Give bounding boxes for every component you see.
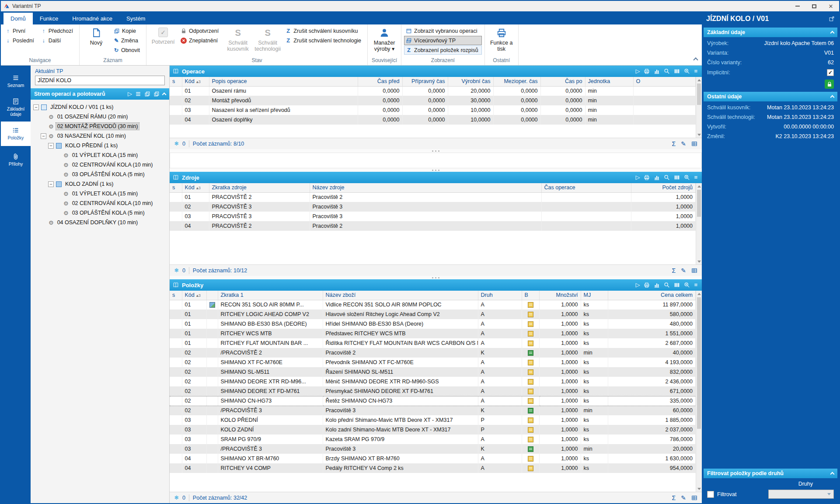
table-row[interactable]: 03KOLO ZADNÍKolo zadní Shimano-Mavic MTB… bbox=[170, 425, 696, 434]
lock-button[interactable] bbox=[825, 80, 834, 89]
tree-item[interactable]: −⚙03 NASAZENÍ KOL (10 min) bbox=[31, 131, 169, 141]
odpotvrzeni-button[interactable]: Odpotvrzení bbox=[179, 26, 222, 35]
scroll-up-icon[interactable] bbox=[696, 291, 702, 297]
table-row[interactable]: 03PRACOVIŠTĚ 3Pracoviště 31,0000 bbox=[170, 212, 696, 221]
col-header-cena-celkem[interactable]: Cena celkem bbox=[608, 291, 696, 300]
col-header-zkratka-zdroje[interactable]: Zkratka zdroje bbox=[209, 183, 310, 192]
col-header-popis[interactable]: Popis operace bbox=[209, 77, 358, 86]
zoom-icon[interactable] bbox=[684, 174, 690, 181]
col-header-icon[interactable] bbox=[206, 291, 218, 300]
edit-icon[interactable]: ✎ bbox=[681, 140, 686, 147]
aktualni-tp-input[interactable] bbox=[35, 76, 165, 85]
table-row[interactable]: 04Osazení doplňky0,00000,000010,00000,00… bbox=[170, 115, 696, 125]
col-header-pocet-zdroju[interactable]: Počet zdrojů bbox=[631, 183, 696, 192]
zmena-button[interactable]: ✎Změna bbox=[112, 36, 143, 45]
columns-icon[interactable] bbox=[674, 174, 680, 181]
table-row[interactable]: 02/PRACOVIŠTĚ 3Pracoviště 3K1,0000min60,… bbox=[170, 406, 696, 415]
zoom-icon[interactable] bbox=[684, 282, 690, 288]
obnovit-button[interactable]: ↻Obnovit bbox=[112, 45, 143, 55]
sum-icon[interactable]: Σ bbox=[672, 494, 676, 501]
table-row[interactable]: 02SHIMANO SL-M511Řazení SHIMANO SL-M511A… bbox=[170, 367, 696, 377]
tree-item[interactable]: ⚙02 MONTÁŽ PŘEVODŮ (30 min) bbox=[31, 122, 169, 131]
col-header-cas-pred[interactable]: Čas před bbox=[358, 77, 402, 86]
col-header-zkratka-1[interactable]: Zkratka 1 bbox=[218, 291, 323, 300]
col-header-o[interactable]: O bbox=[633, 77, 696, 86]
play-icon[interactable]: ▷ bbox=[635, 68, 640, 74]
scroll-down-icon[interactable] bbox=[696, 486, 702, 492]
menu-icon[interactable]: ≡ bbox=[694, 68, 697, 74]
col-header-druh[interactable]: Druh bbox=[478, 291, 522, 300]
print-icon[interactable] bbox=[644, 68, 650, 74]
table-row[interactable]: 02SHIMANO CN-HG73Řetěz SHIMANO CN-HG73A1… bbox=[170, 396, 696, 406]
tree-expander-icon[interactable]: − bbox=[33, 104, 39, 110]
table-row[interactable]: 02SHIMANO XT FC-M760EPřevodník SHIMANO X… bbox=[170, 358, 696, 367]
vertical-scrollbar[interactable] bbox=[696, 183, 702, 264]
play-icon[interactable]: ▷ bbox=[635, 282, 640, 288]
vertical-scrollbar[interactable] bbox=[696, 291, 702, 492]
chart-icon[interactable] bbox=[654, 282, 660, 288]
table-row[interactable]: 01RITCHEY FLAT MOUNTAIN BAR ...Řidítka R… bbox=[170, 338, 696, 348]
menu-icon[interactable]: ≡ bbox=[694, 282, 697, 288]
tree-item[interactable]: ⚙03 OPLÁŠTĚNÍ KOLA (5 min) bbox=[31, 170, 169, 179]
zobrazeni-polozek-rozpisu-button[interactable]: ZZobrazení položek rozpisů bbox=[404, 45, 482, 55]
close-button[interactable]: ✕ bbox=[823, 1, 839, 11]
col-header-kod[interactable]: Kód▴3 bbox=[182, 183, 209, 192]
minimize-button[interactable] bbox=[789, 1, 806, 11]
splitter[interactable] bbox=[170, 168, 702, 172]
posledni-button[interactable]: ↓Poslední bbox=[3, 36, 38, 45]
col-header-mj[interactable]: MJ bbox=[581, 291, 608, 300]
section-zakladni-udaje[interactable]: Základní údaje bbox=[704, 28, 837, 37]
potvrzeni-button[interactable]: ✓ Potvrzení bbox=[149, 26, 177, 55]
tree-item[interactable]: −KOLO ZADNÍ (1 ks) bbox=[31, 179, 169, 189]
open-in-window-icon[interactable] bbox=[829, 16, 835, 22]
table-row[interactable]: 01SHIMANO BB-ES30 BSA (DEORE)Hřídel SHIM… bbox=[170, 319, 696, 329]
viceurovnovy-tp-button[interactable]: Víceúrovňový TP bbox=[404, 36, 482, 45]
schvalit-technologii-button[interactable]: S Schválit technologii bbox=[254, 26, 282, 55]
tree-item[interactable]: −KOLO PŘEDNÍ (1 ks) bbox=[31, 141, 169, 150]
tree-item[interactable]: ⚙03 OPLÁŠTĚNÍ KOLA (5 min) bbox=[31, 208, 169, 218]
scroll-up-icon[interactable] bbox=[696, 77, 702, 83]
collapse-all-icon[interactable] bbox=[144, 91, 150, 97]
prvni-button[interactable]: ↑První bbox=[3, 26, 38, 35]
table-row[interactable]: 02PRACOVIŠTĚ 3Pracoviště 31,0000 bbox=[170, 202, 696, 212]
splitter[interactable] bbox=[170, 276, 702, 279]
col-header-kod[interactable]: Kód▴3 bbox=[182, 291, 206, 300]
expand-all-icon[interactable] bbox=[153, 91, 160, 97]
table-row[interactable]: 01Osazení rámu0,00000,000020,00000,00000… bbox=[170, 86, 696, 96]
zobrazit-vybranou-operaci-button[interactable]: Zobrazit vybranou operaci bbox=[404, 26, 482, 35]
col-header-b[interactable]: B bbox=[522, 291, 539, 300]
filtrovat-checkbox[interactable] bbox=[707, 491, 714, 498]
sum-icon[interactable]: Σ bbox=[672, 140, 676, 147]
dalsi-button[interactable]: ↓Další bbox=[39, 36, 77, 45]
rail-item-prilohy[interactable]: Přílohy bbox=[1, 148, 31, 172]
tree-item[interactable]: ⚙02 CENTROVÁNÍ KOLA (10 min) bbox=[31, 198, 169, 208]
predchozi-button[interactable]: ↑Předchozí bbox=[39, 26, 77, 35]
col-header-cas-po[interactable]: Čas po bbox=[540, 77, 585, 86]
col-header-cas-operace[interactable]: Čas operace bbox=[541, 183, 631, 192]
tab-hromadne-akce[interactable]: Hromadné akce bbox=[65, 13, 119, 24]
col-header-vyrobni-cas[interactable]: Výrobní čas bbox=[448, 77, 493, 86]
table-row[interactable]: 01RITCHEY LOGIC AHEAD COMP V2Hlavové slo… bbox=[170, 309, 696, 319]
vertical-scrollbar[interactable] bbox=[696, 77, 702, 138]
scroll-thumb[interactable] bbox=[697, 190, 701, 217]
col-header-mezioper-cas[interactable]: Mezioper. čas bbox=[493, 77, 540, 86]
tree-expander-icon[interactable]: − bbox=[41, 133, 46, 139]
col-header-nazev-zdroje[interactable]: Název zdroje bbox=[310, 183, 541, 192]
tree-expander-icon[interactable]: − bbox=[48, 181, 54, 187]
table-row[interactable]: 02Montáž převodů0,00000,000030,00000,000… bbox=[170, 96, 696, 105]
edit-icon[interactable]: ✎ bbox=[681, 494, 686, 501]
rail-item-seznam[interactable]: Seznam bbox=[1, 69, 31, 94]
menu-icon[interactable] bbox=[135, 91, 141, 97]
zrusit-schvaleni-kusovniku-button[interactable]: ZZrušit schválení kusovníku bbox=[283, 26, 365, 35]
scroll-down-icon[interactable] bbox=[696, 258, 702, 264]
sum-icon[interactable]: Σ bbox=[672, 267, 676, 274]
table-row[interactable]: 03SRAM PG 970/9Kazeta SRAM PG 970/9A1,00… bbox=[170, 434, 696, 444]
col-header-s[interactable]: s bbox=[170, 291, 182, 300]
col-header-pripravny-cas[interactable]: Přípravný čas bbox=[402, 77, 448, 86]
col-header-kod[interactable]: Kód▴3 bbox=[182, 77, 209, 86]
edit-icon[interactable]: ✎ bbox=[681, 267, 686, 274]
table-row[interactable]: 01RITCHEY WCS MTBPředstavec RITCHEY WCS … bbox=[170, 329, 696, 338]
rail-item-zakladni-udaje[interactable]: Základní údaje bbox=[1, 95, 31, 120]
grid-icon[interactable] bbox=[691, 495, 697, 501]
col-header-mnozstvi[interactable]: Množství bbox=[539, 291, 581, 300]
